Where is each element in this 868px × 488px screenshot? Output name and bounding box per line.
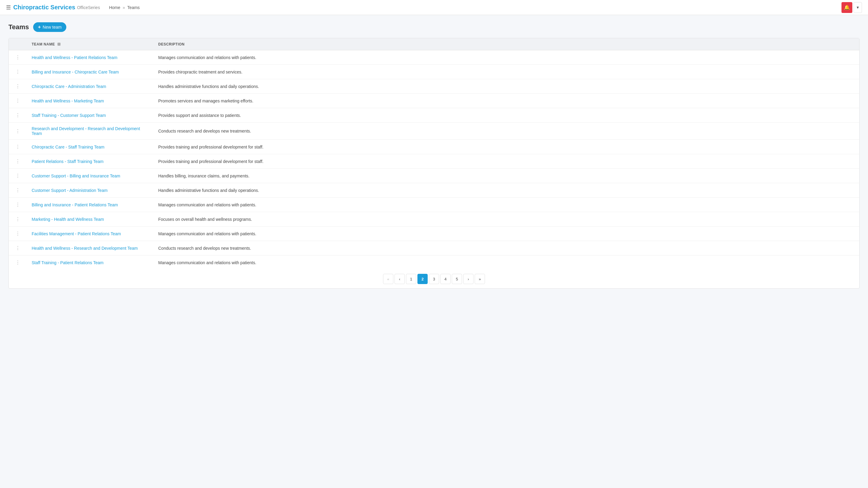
row-menu-cell: ⋮ [9, 241, 27, 255]
row-menu-button[interactable]: ⋮ [13, 128, 22, 135]
table-row: ⋮ Health and Wellness - Research and Dev… [9, 241, 859, 255]
pagination-prev-button[interactable]: ‹ [395, 274, 405, 284]
row-menu-button[interactable]: ⋮ [13, 259, 22, 266]
row-description-cell: Provides training and professional devel… [153, 154, 859, 169]
row-menu-cell: ⋮ [9, 169, 27, 183]
row-team-name-cell: Billing and Insurance - Patient Relation… [27, 198, 153, 212]
row-description-cell: Provides training and professional devel… [153, 140, 859, 154]
new-team-button[interactable]: + New team [33, 22, 66, 32]
team-name-link[interactable]: Billing and Insurance - Patient Relation… [32, 202, 118, 207]
pagination-page-1[interactable]: 1 [406, 274, 416, 284]
row-team-name-cell: Chiropractic Care - Staff Training Team [27, 140, 153, 154]
table-header-row: TEAM NAME ⊞ DESCRIPTION [9, 38, 859, 50]
row-menu-button[interactable]: ⋮ [13, 245, 22, 252]
teams-table-body: ⋮ Health and Wellness - Patient Relation… [9, 50, 859, 270]
notification-button[interactable]: 🔔 [841, 2, 852, 13]
team-name-link[interactable]: Patient Relations - Staff Training Team [32, 159, 103, 164]
row-menu-button[interactable]: ⋮ [13, 143, 22, 150]
row-menu-button[interactable]: ⋮ [13, 112, 22, 119]
col-header-description: DESCRIPTION [153, 38, 859, 50]
row-team-name-cell: Facilities Management - Patient Relation… [27, 227, 153, 241]
team-name-link[interactable]: Facilities Management - Patient Relation… [32, 231, 121, 236]
breadcrumb-home[interactable]: Home [109, 5, 120, 10]
team-name-link[interactable]: Customer Support - Administration Team [32, 188, 107, 193]
row-menu-button[interactable]: ⋮ [13, 216, 22, 223]
team-name-link[interactable]: Health and Wellness - Research and Devel… [32, 246, 138, 251]
pagination-next-button[interactable]: › [463, 274, 473, 284]
team-name-link[interactable]: Customer Support - Billing and Insurance… [32, 173, 120, 178]
row-menu-button[interactable]: ⋮ [13, 158, 22, 165]
team-name-link[interactable]: Chiropractic Care - Administration Team [32, 84, 106, 89]
table-row: ⋮ Staff Training - Customer Support Team… [9, 108, 859, 123]
row-team-name-cell: Staff Training - Customer Support Team [27, 108, 153, 123]
filter-icon[interactable]: ⊞ [57, 42, 61, 46]
row-menu-cell: ⋮ [9, 94, 27, 108]
row-menu-cell: ⋮ [9, 255, 27, 270]
hamburger-button[interactable]: ☰ [6, 3, 13, 12]
row-description-cell: Handles administrative functions and dai… [153, 79, 859, 94]
user-dropdown-button[interactable]: ▼ [854, 2, 862, 13]
team-name-link[interactable]: Staff Training - Customer Support Team [32, 113, 106, 118]
row-team-name-cell: Chiropractic Care - Administration Team [27, 79, 153, 94]
row-team-name-cell: Staff Training - Patient Relations Team [27, 255, 153, 270]
brand-title[interactable]: Chiropractic Services [13, 4, 75, 11]
row-menu-button[interactable]: ⋮ [13, 230, 22, 237]
table-row: ⋮ Health and Wellness - Patient Relation… [9, 50, 859, 65]
team-name-link[interactable]: Health and Wellness - Patient Relations … [32, 55, 117, 60]
main-content: Teams + New team TEAM NAME ⊞ DESCRIPTION [0, 15, 868, 296]
row-menu-cell: ⋮ [9, 198, 27, 212]
row-description-cell: Conducts research and develops new treat… [153, 123, 859, 140]
row-menu-button[interactable]: ⋮ [13, 54, 22, 61]
table-row: ⋮ Billing and Insurance - Patient Relati… [9, 198, 859, 212]
row-menu-cell: ⋮ [9, 79, 27, 94]
team-name-link[interactable]: Staff Training - Patient Relations Team [32, 260, 103, 265]
teams-table-container: TEAM NAME ⊞ DESCRIPTION ⋮ Health and Wel… [8, 38, 860, 289]
pagination-page-3[interactable]: 3 [429, 274, 439, 284]
row-menu-button[interactable]: ⋮ [13, 201, 22, 208]
table-row: ⋮ Billing and Insurance - Chiropractic C… [9, 65, 859, 79]
pagination-first-button[interactable]: « [383, 274, 393, 284]
table-row: ⋮ Customer Support - Administration Team… [9, 183, 859, 198]
col-header-team-name: TEAM NAME ⊞ [27, 38, 153, 50]
row-team-name-cell: Health and Wellness - Research and Devel… [27, 241, 153, 255]
row-team-name-cell: Customer Support - Administration Team [27, 183, 153, 198]
team-name-link[interactable]: Research and Development - Research and … [32, 126, 140, 136]
row-team-name-cell: Patient Relations - Staff Training Team [27, 154, 153, 169]
row-description-cell: Manages communication and relations with… [153, 227, 859, 241]
row-menu-cell: ⋮ [9, 50, 27, 65]
page-title-row: Teams + New team [8, 22, 860, 32]
pagination-page-2[interactable]: 2 [417, 274, 428, 284]
row-description-cell: Provides support and assistance to patie… [153, 108, 859, 123]
pagination-last-button[interactable]: » [475, 274, 485, 284]
row-description-cell: Handles billing, insurance claims, and p… [153, 169, 859, 183]
table-row: ⋮ Facilities Management - Patient Relati… [9, 227, 859, 241]
row-menu-cell: ⋮ [9, 154, 27, 169]
table-row: ⋮ Chiropractic Care - Administration Tea… [9, 79, 859, 94]
row-description-cell: Manages communication and relations with… [153, 50, 859, 65]
table-row: ⋮ Customer Support - Billing and Insuran… [9, 169, 859, 183]
row-description-cell: Manages communication and relations with… [153, 255, 859, 270]
table-row: ⋮ Marketing - Health and Wellness Team F… [9, 212, 859, 227]
row-menu-button[interactable]: ⋮ [13, 83, 22, 90]
header-actions: 🔔 ▼ [841, 2, 862, 13]
app-header: ☰ Chiropractic Services OfficeSeries Hom… [0, 0, 868, 15]
team-name-link[interactable]: Marketing - Health and Wellness Team [32, 217, 104, 222]
row-menu-button[interactable]: ⋮ [13, 68, 22, 75]
row-team-name-cell: Billing and Insurance - Chiropractic Car… [27, 65, 153, 79]
row-team-name-cell: Customer Support - Billing and Insurance… [27, 169, 153, 183]
row-menu-button[interactable]: ⋮ [13, 187, 22, 194]
row-description-cell: Manages communication and relations with… [153, 198, 859, 212]
pagination-page-4[interactable]: 4 [440, 274, 451, 284]
team-name-link[interactable]: Health and Wellness - Marketing Team [32, 98, 104, 103]
pagination-page-5[interactable]: 5 [452, 274, 462, 284]
team-name-link[interactable]: Billing and Insurance - Chiropractic Car… [32, 70, 119, 74]
bell-icon: 🔔 [844, 4, 850, 10]
row-description-cell: Focuses on overall health and wellness p… [153, 212, 859, 227]
breadcrumb: Home » Teams [109, 5, 140, 10]
team-name-link[interactable]: Chiropractic Care - Staff Training Team [32, 144, 104, 150]
row-menu-button[interactable]: ⋮ [13, 97, 22, 104]
table-row: ⋮ Patient Relations - Staff Training Tea… [9, 154, 859, 169]
row-menu-button[interactable]: ⋮ [13, 172, 22, 179]
row-menu-cell: ⋮ [9, 140, 27, 154]
row-team-name-cell: Marketing - Health and Wellness Team [27, 212, 153, 227]
